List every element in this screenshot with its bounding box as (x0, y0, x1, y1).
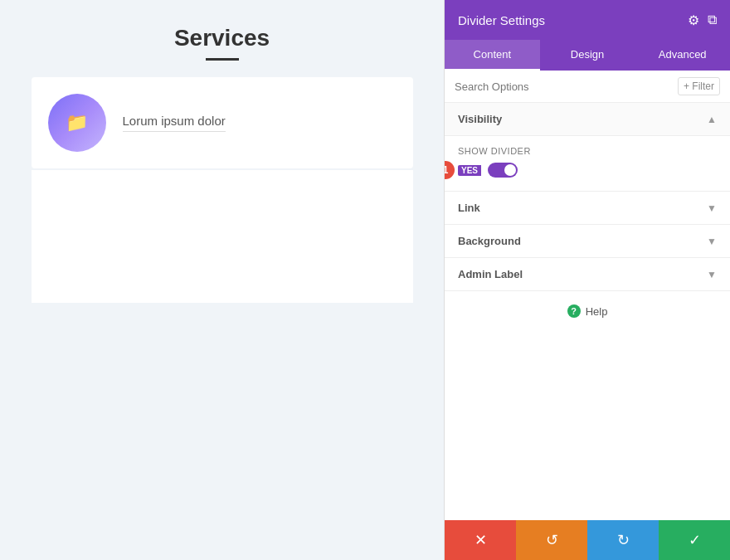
show-divider-toggle[interactable] (488, 163, 518, 178)
settings-icon[interactable]: ⚙ (688, 12, 699, 28)
services-title: Services (174, 25, 270, 51)
search-bar: + Filter (445, 71, 730, 103)
card-underline (123, 131, 226, 132)
services-divider (206, 58, 239, 61)
expand-icon[interactable]: ⧉ (708, 12, 717, 28)
filter-button[interactable]: + Filter (678, 77, 720, 95)
redo-icon: ↻ (617, 531, 630, 549)
toggle-yes-label: YES (458, 165, 481, 176)
toggle-row: 1 YES (458, 163, 717, 178)
redo-button[interactable]: ↻ (587, 520, 659, 560)
admin-label-section-header[interactable]: Admin Label ▼ (445, 258, 730, 291)
search-input[interactable] (455, 80, 671, 93)
reset-button[interactable]: ↺ (516, 520, 587, 560)
panel-title: Divider Settings (458, 13, 545, 27)
background-section-header[interactable]: Background ▼ (445, 225, 730, 258)
settings-panel: Divider Settings ⚙ ⧉ Content Design Adva… (444, 0, 730, 560)
filter-label: + Filter (684, 80, 714, 92)
background-arrow: ▼ (707, 236, 717, 247)
panel-header: Divider Settings ⚙ ⧉ (445, 0, 730, 40)
link-section-header[interactable]: Link ▼ (445, 192, 730, 225)
admin-label-arrow: ▼ (707, 269, 717, 280)
help-section: ? Help (445, 291, 730, 331)
reset-icon: ↺ (546, 531, 558, 549)
admin-label-title: Admin Label (458, 268, 523, 280)
briefcase-icon: 📁 (66, 112, 88, 134)
link-arrow: ▼ (707, 202, 717, 214)
badge-1: 1 (445, 161, 455, 179)
preview-area: Services 📁 Lorum ipsum dolor (0, 0, 444, 560)
save-button[interactable]: ✓ (659, 520, 730, 560)
sections: Visibility ▲ Show Divider 1 YES Link ▼ B… (445, 103, 730, 520)
toggle-knob (504, 164, 516, 176)
avatar: 📁 (48, 94, 106, 152)
background-title: Background (458, 235, 521, 247)
service-card: 📁 Lorum ipsum dolor (32, 77, 413, 168)
help-text[interactable]: Help (586, 305, 608, 318)
tabs: Content Design Advanced (445, 40, 730, 71)
help-icon: ? (567, 304, 581, 318)
panel-header-icons: ⚙ ⧉ (688, 12, 717, 28)
save-icon: ✓ (689, 531, 701, 549)
cancel-icon: ✕ (474, 531, 487, 549)
visibility-arrow: ▲ (707, 114, 717, 125)
link-title: Link (458, 202, 480, 214)
tab-design[interactable]: Design (540, 40, 635, 71)
panel-footer: ✕ ↺ ↻ ✓ (445, 520, 730, 560)
tab-advanced[interactable]: Advanced (635, 40, 730, 71)
visibility-section-header[interactable]: Visibility ▲ (445, 103, 730, 136)
card-text: Lorum ipsum dolor (123, 114, 226, 128)
cancel-button[interactable]: ✕ (445, 520, 516, 560)
visibility-title: Visibility (458, 113, 502, 125)
show-divider-label: Show Divider (458, 146, 717, 156)
visibility-content: Show Divider 1 YES (445, 136, 730, 192)
card-bottom (32, 170, 413, 303)
tab-content[interactable]: Content (445, 40, 540, 71)
